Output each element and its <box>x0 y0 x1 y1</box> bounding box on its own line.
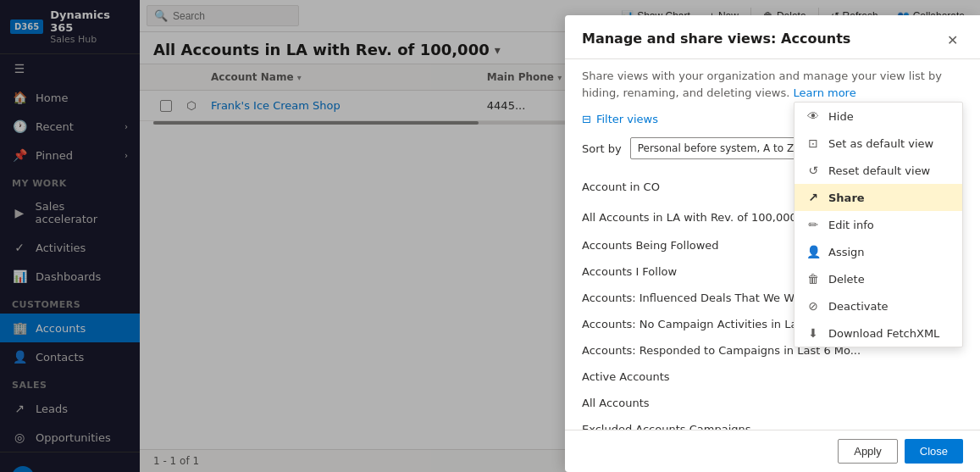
view-name-excluded-campaigns: Excluded Accounts Campaigns <box>582 423 963 430</box>
view-item-active-accounts[interactable]: Active Accounts <box>565 364 980 390</box>
download-fetchxml-label: Download FetchXML <box>828 327 939 340</box>
filter-views-label: Filter views <box>596 113 658 125</box>
delete-label: Delete <box>828 273 865 286</box>
modal-header: Manage and share views: Accounts ✕ <box>565 15 980 59</box>
apply-button[interactable]: Apply <box>838 439 898 464</box>
context-menu-item-share[interactable]: ↗Share <box>795 184 962 211</box>
context-menu-item-edit-info[interactable]: ✏Edit info <box>795 211 962 238</box>
modal-description: Share views with your organization and m… <box>565 59 980 108</box>
delete-icon: 🗑 <box>806 272 820 286</box>
edit-info-icon: ✏ <box>806 218 820 231</box>
modal-close-button[interactable]: ✕ <box>942 31 963 50</box>
view-name-all-accounts: All Accounts <box>582 397 963 409</box>
context-menu-item-reset-default[interactable]: ↺Reset default view <box>795 157 962 184</box>
context-menu-item-delete[interactable]: 🗑Delete <box>795 265 962 292</box>
share-icon: ↗ <box>806 191 820 204</box>
context-menu-item-assign[interactable]: 👤Assign <box>795 238 962 265</box>
download-fetchxml-icon: ⬇ <box>806 326 820 340</box>
learn-more-link[interactable]: Learn more <box>794 86 856 99</box>
context-menu-item-set-default[interactable]: ⊡Set as default view <box>795 130 962 157</box>
deactivate-label: Deactivate <box>828 300 889 313</box>
view-item-all-accounts[interactable]: All Accounts <box>565 390 980 416</box>
hide-label: Hide <box>828 110 854 123</box>
deactivate-icon: ⊘ <box>806 299 820 313</box>
modal-desc-text: Share views with your organization and m… <box>582 69 942 99</box>
context-menu-item-deactivate[interactable]: ⊘Deactivate <box>795 292 962 319</box>
close-button[interactable]: Close <box>905 439 963 464</box>
sort-label: Sort by <box>582 142 622 155</box>
modal-title: Manage and share views: Accounts <box>582 31 850 47</box>
context-menu: 👁Hide⊡Set as default view↺Reset default … <box>794 102 963 347</box>
edit-info-label: Edit info <box>828 219 874 231</box>
hide-icon: 👁 <box>806 109 820 123</box>
sort-value: Personal before system, A to Z <box>638 142 794 154</box>
assign-icon: 👤 <box>806 245 820 258</box>
filter-icon: ⊟ <box>582 113 591 125</box>
modal-footer: Apply Close <box>565 430 980 472</box>
reset-default-icon: ↺ <box>806 164 820 177</box>
reset-default-label: Reset default view <box>828 164 930 177</box>
share-label: Share <box>828 192 865 204</box>
assign-label: Assign <box>828 246 865 258</box>
set-default-icon: ⊡ <box>806 136 820 150</box>
set-default-label: Set as default view <box>828 137 933 150</box>
view-name-active-accounts: Active Accounts <box>582 370 963 383</box>
context-menu-item-hide[interactable]: 👁Hide <box>795 103 962 130</box>
context-menu-item-download-fetchxml[interactable]: ⬇Download FetchXML <box>795 319 962 347</box>
view-item-excluded-campaigns[interactable]: Excluded Accounts Campaigns <box>565 416 980 430</box>
